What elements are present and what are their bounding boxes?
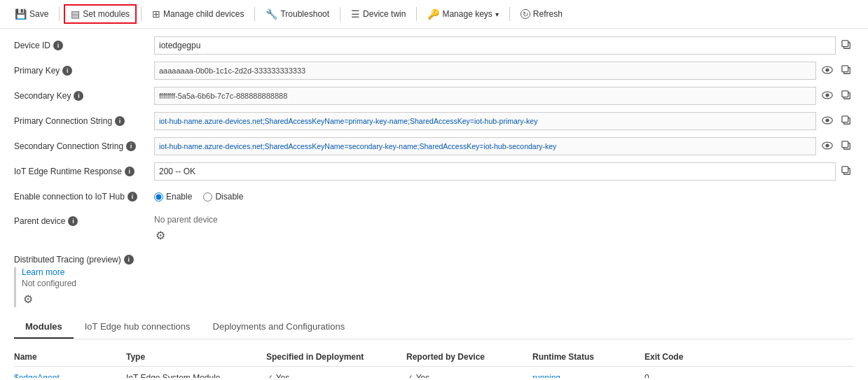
set-modules-icon: ▤	[71, 8, 80, 20]
manage-keys-icon: 🔑	[427, 8, 439, 20]
learn-more-link[interactable]: Learn more	[22, 267, 854, 277]
secondary-connection-string-input-wrap	[154, 137, 854, 155]
troubleshoot-button[interactable]: 🔧 Troubleshoot	[259, 5, 336, 23]
device-id-row: Device ID i	[14, 36, 854, 55]
primary-key-input-wrap	[154, 62, 854, 80]
distributed-tracing-info-icon[interactable]: i	[124, 255, 134, 265]
save-icon: 💾	[15, 8, 27, 20]
save-label: Save	[29, 9, 48, 19]
troubleshoot-icon: 🔧	[266, 8, 277, 20]
primary-connection-string-row: Primary Connection String i	[14, 111, 854, 131]
set-modules-button[interactable]: ▤ Set modules	[64, 4, 137, 24]
col-header-specified: Specified in Deployment	[266, 352, 406, 362]
save-button[interactable]: 💾 Save	[8, 5, 55, 23]
primary-connection-string-info-icon[interactable]: i	[115, 116, 125, 126]
manage-keys-button[interactable]: 🔑 Manage keys ▾	[421, 5, 504, 23]
secondary-connection-string-label: Secondary Connection String i	[14, 141, 154, 151]
device-id-info-icon[interactable]: i	[53, 41, 63, 50]
refresh-button[interactable]: ↻ Refresh	[514, 6, 569, 22]
disable-radio-label[interactable]: Disable	[203, 192, 243, 202]
separator-4	[340, 7, 340, 21]
toolbar: 💾 Save ▤ Set modules ⊞ Manage child devi…	[0, 0, 868, 29]
primary-key-label: Primary Key i	[14, 66, 154, 76]
distributed-tracing-details: Learn more Not configured ⚙	[14, 267, 854, 307]
iot-edge-runtime-label: IoT Edge Runtime Response i	[14, 167, 154, 176]
secondary-connection-string-eye-button[interactable]	[819, 139, 836, 153]
device-twin-button[interactable]: ☰ Device twin	[345, 5, 412, 23]
manage-child-icon: ⊞	[152, 8, 160, 20]
row1-specified-text: Yes	[276, 373, 290, 378]
secondary-key-copy-button[interactable]	[839, 89, 854, 104]
secondary-key-input[interactable]	[154, 87, 816, 105]
row1-name: $edgeAgent	[14, 372, 126, 378]
device-id-input-wrap	[154, 36, 854, 55]
enable-connection-radio-group: Enable Disable	[154, 189, 243, 204]
device-id-input[interactable]	[154, 36, 836, 55]
row1-reported-text: Yes	[416, 373, 430, 378]
row1-specified-checkmark: ✓	[266, 373, 273, 378]
distributed-tracing-gear-button[interactable]: ⚙	[22, 291, 34, 307]
enable-option-text: Enable	[166, 192, 192, 202]
enable-connection-label: Enable connection to IoT Hub i	[14, 192, 154, 202]
secondary-key-input-wrap	[154, 87, 854, 105]
row1-specified: ✓ Yes	[266, 372, 406, 378]
svg-rect-9	[842, 90, 848, 97]
tab-deployments[interactable]: Deployments and Configurations	[202, 316, 357, 339]
separator-2	[141, 7, 142, 21]
primary-key-copy-button[interactable]	[839, 64, 854, 78]
primary-key-eye-button[interactable]	[819, 64, 836, 78]
primary-connection-string-label: Primary Connection String i	[14, 116, 154, 126]
refresh-label: Refresh	[533, 9, 563, 19]
parent-device-info-icon[interactable]: i	[68, 216, 78, 226]
disable-option-text: Disable	[215, 192, 243, 202]
svg-point-15	[826, 144, 829, 147]
secondary-connection-string-copy-button[interactable]	[839, 139, 854, 154]
disable-radio[interactable]	[203, 192, 212, 202]
manage-child-label: Manage child devices	[163, 9, 244, 19]
iot-edge-runtime-copy-button[interactable]	[839, 164, 854, 179]
table-header: Name Type Specified in Deployment Report…	[14, 348, 854, 367]
tab-modules[interactable]: Modules	[14, 316, 74, 339]
device-twin-label: Device twin	[363, 9, 406, 19]
col-header-runtime: Runtime Status	[532, 352, 645, 362]
secondary-connection-string-input[interactable]	[154, 137, 816, 155]
iot-edge-runtime-info-icon[interactable]: i	[125, 167, 135, 176]
enable-radio[interactable]	[154, 192, 163, 202]
device-id-copy-button[interactable]	[839, 38, 854, 53]
row1-runtime: running	[532, 372, 645, 378]
separator-6	[509, 7, 510, 21]
primary-connection-string-input-wrap	[154, 112, 854, 130]
primary-connection-string-input[interactable]	[154, 112, 816, 130]
primary-key-input[interactable]	[154, 62, 816, 80]
refresh-icon: ↻	[521, 9, 530, 19]
secondary-connection-string-row: Secondary Connection String i	[14, 136, 854, 156]
separator-3	[254, 7, 255, 21]
table-row: $edgeAgent IoT Edge System Module ✓ Yes …	[14, 367, 854, 378]
secondary-connection-string-info-icon[interactable]: i	[126, 141, 136, 151]
secondary-key-eye-button[interactable]	[819, 89, 836, 103]
parent-device-gear-button[interactable]: ⚙	[154, 227, 167, 244]
row1-runtime-status[interactable]: running	[532, 373, 560, 378]
iot-edge-runtime-row: IoT Edge Runtime Response i	[14, 162, 854, 181]
svg-rect-19	[842, 166, 848, 172]
enable-connection-row: Enable connection to IoT Hub i Enable Di…	[14, 187, 854, 206]
iot-edge-runtime-input[interactable]	[154, 162, 836, 181]
secondary-key-label: Secondary Key i	[14, 91, 154, 101]
enable-radio-label[interactable]: Enable	[154, 192, 192, 202]
primary-connection-string-eye-button[interactable]	[819, 114, 836, 128]
col-header-name: Name	[14, 352, 126, 362]
troubleshoot-label: Troubleshoot	[280, 9, 329, 19]
col-header-type: Type	[126, 352, 266, 362]
row1-name-link[interactable]: $edgeAgent	[14, 373, 60, 378]
primary-key-info-icon[interactable]: i	[62, 66, 72, 76]
device-twin-icon: ☰	[351, 8, 360, 20]
manage-child-button[interactable]: ⊞ Manage child devices	[146, 5, 250, 23]
tab-iot-edge-hub[interactable]: IoT Edge hub connections	[74, 316, 202, 339]
secondary-key-info-icon[interactable]: i	[74, 91, 83, 101]
separator-1	[59, 7, 60, 21]
svg-point-7	[826, 94, 829, 97]
col-header-exit: Exit Code	[645, 352, 715, 362]
svg-rect-5	[842, 65, 848, 71]
primary-connection-string-copy-button[interactable]	[839, 114, 854, 129]
enable-connection-info-icon[interactable]: i	[128, 192, 137, 202]
